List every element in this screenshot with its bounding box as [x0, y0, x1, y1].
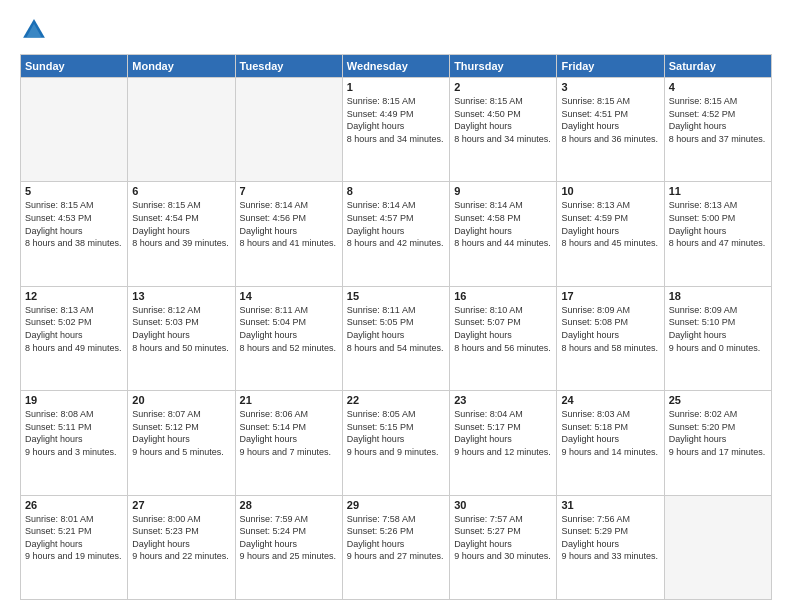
- day-number: 1: [347, 81, 445, 93]
- day-number: 14: [240, 290, 338, 302]
- day-number: 6: [132, 185, 230, 197]
- calendar-cell: 1Sunrise: 8:15 AMSunset: 4:49 PMDaylight…: [342, 78, 449, 182]
- day-number: 26: [25, 499, 123, 511]
- calendar-cell: 20Sunrise: 8:07 AMSunset: 5:12 PMDayligh…: [128, 391, 235, 495]
- cell-info: Sunrise: 8:11 AMSunset: 5:05 PMDaylight …: [347, 304, 445, 354]
- day-number: 8: [347, 185, 445, 197]
- calendar-cell: 13Sunrise: 8:12 AMSunset: 5:03 PMDayligh…: [128, 286, 235, 390]
- week-row-1: 1Sunrise: 8:15 AMSunset: 4:49 PMDaylight…: [21, 78, 772, 182]
- weekday-wednesday: Wednesday: [342, 55, 449, 78]
- day-number: 31: [561, 499, 659, 511]
- week-row-2: 5Sunrise: 8:15 AMSunset: 4:53 PMDaylight…: [21, 182, 772, 286]
- calendar-cell: 17Sunrise: 8:09 AMSunset: 5:08 PMDayligh…: [557, 286, 664, 390]
- day-number: 7: [240, 185, 338, 197]
- day-number: 27: [132, 499, 230, 511]
- day-number: 10: [561, 185, 659, 197]
- calendar-cell: 11Sunrise: 8:13 AMSunset: 5:00 PMDayligh…: [664, 182, 771, 286]
- calendar-cell: 8Sunrise: 8:14 AMSunset: 4:57 PMDaylight…: [342, 182, 449, 286]
- day-number: 5: [25, 185, 123, 197]
- calendar-cell: 7Sunrise: 8:14 AMSunset: 4:56 PMDaylight…: [235, 182, 342, 286]
- week-row-5: 26Sunrise: 8:01 AMSunset: 5:21 PMDayligh…: [21, 495, 772, 599]
- cell-info: Sunrise: 8:05 AMSunset: 5:15 PMDaylight …: [347, 408, 445, 458]
- calendar-cell: 16Sunrise: 8:10 AMSunset: 5:07 PMDayligh…: [450, 286, 557, 390]
- calendar-cell: 23Sunrise: 8:04 AMSunset: 5:17 PMDayligh…: [450, 391, 557, 495]
- header: [20, 16, 772, 44]
- cell-info: Sunrise: 8:14 AMSunset: 4:58 PMDaylight …: [454, 199, 552, 249]
- calendar-cell: 19Sunrise: 8:08 AMSunset: 5:11 PMDayligh…: [21, 391, 128, 495]
- calendar-cell: 4Sunrise: 8:15 AMSunset: 4:52 PMDaylight…: [664, 78, 771, 182]
- calendar-cell: 26Sunrise: 8:01 AMSunset: 5:21 PMDayligh…: [21, 495, 128, 599]
- day-number: 19: [25, 394, 123, 406]
- calendar-cell: 29Sunrise: 7:58 AMSunset: 5:26 PMDayligh…: [342, 495, 449, 599]
- cell-info: Sunrise: 8:11 AMSunset: 5:04 PMDaylight …: [240, 304, 338, 354]
- week-row-3: 12Sunrise: 8:13 AMSunset: 5:02 PMDayligh…: [21, 286, 772, 390]
- cell-info: Sunrise: 8:13 AMSunset: 5:00 PMDaylight …: [669, 199, 767, 249]
- calendar-cell: 24Sunrise: 8:03 AMSunset: 5:18 PMDayligh…: [557, 391, 664, 495]
- cell-info: Sunrise: 8:14 AMSunset: 4:56 PMDaylight …: [240, 199, 338, 249]
- calendar-cell: 6Sunrise: 8:15 AMSunset: 4:54 PMDaylight…: [128, 182, 235, 286]
- weekday-header-row: SundayMondayTuesdayWednesdayThursdayFrid…: [21, 55, 772, 78]
- day-number: 13: [132, 290, 230, 302]
- calendar-table: SundayMondayTuesdayWednesdayThursdayFrid…: [20, 54, 772, 600]
- day-number: 11: [669, 185, 767, 197]
- cell-info: Sunrise: 8:15 AMSunset: 4:50 PMDaylight …: [454, 95, 552, 145]
- day-number: 3: [561, 81, 659, 93]
- day-number: 12: [25, 290, 123, 302]
- weekday-thursday: Thursday: [450, 55, 557, 78]
- day-number: 18: [669, 290, 767, 302]
- cell-info: Sunrise: 8:10 AMSunset: 5:07 PMDaylight …: [454, 304, 552, 354]
- cell-info: Sunrise: 7:57 AMSunset: 5:27 PMDaylight …: [454, 513, 552, 563]
- day-number: 17: [561, 290, 659, 302]
- weekday-saturday: Saturday: [664, 55, 771, 78]
- day-number: 4: [669, 81, 767, 93]
- calendar-cell: [664, 495, 771, 599]
- cell-info: Sunrise: 8:08 AMSunset: 5:11 PMDaylight …: [25, 408, 123, 458]
- calendar-cell: 5Sunrise: 8:15 AMSunset: 4:53 PMDaylight…: [21, 182, 128, 286]
- day-number: 24: [561, 394, 659, 406]
- calendar-cell: 3Sunrise: 8:15 AMSunset: 4:51 PMDaylight…: [557, 78, 664, 182]
- calendar-cell: 9Sunrise: 8:14 AMSunset: 4:58 PMDaylight…: [450, 182, 557, 286]
- weekday-monday: Monday: [128, 55, 235, 78]
- cell-info: Sunrise: 8:01 AMSunset: 5:21 PMDaylight …: [25, 513, 123, 563]
- calendar-cell: 18Sunrise: 8:09 AMSunset: 5:10 PMDayligh…: [664, 286, 771, 390]
- day-number: 16: [454, 290, 552, 302]
- weekday-friday: Friday: [557, 55, 664, 78]
- cell-info: Sunrise: 8:06 AMSunset: 5:14 PMDaylight …: [240, 408, 338, 458]
- day-number: 25: [669, 394, 767, 406]
- day-number: 23: [454, 394, 552, 406]
- day-number: 22: [347, 394, 445, 406]
- day-number: 20: [132, 394, 230, 406]
- weekday-tuesday: Tuesday: [235, 55, 342, 78]
- cell-info: Sunrise: 8:09 AMSunset: 5:10 PMDaylight …: [669, 304, 767, 354]
- week-row-4: 19Sunrise: 8:08 AMSunset: 5:11 PMDayligh…: [21, 391, 772, 495]
- cell-info: Sunrise: 8:00 AMSunset: 5:23 PMDaylight …: [132, 513, 230, 563]
- calendar-cell: 28Sunrise: 7:59 AMSunset: 5:24 PMDayligh…: [235, 495, 342, 599]
- day-number: 28: [240, 499, 338, 511]
- cell-info: Sunrise: 8:09 AMSunset: 5:08 PMDaylight …: [561, 304, 659, 354]
- day-number: 30: [454, 499, 552, 511]
- calendar-cell: 2Sunrise: 8:15 AMSunset: 4:50 PMDaylight…: [450, 78, 557, 182]
- calendar-cell: 25Sunrise: 8:02 AMSunset: 5:20 PMDayligh…: [664, 391, 771, 495]
- cell-info: Sunrise: 8:07 AMSunset: 5:12 PMDaylight …: [132, 408, 230, 458]
- calendar-cell: [235, 78, 342, 182]
- calendar-cell: 14Sunrise: 8:11 AMSunset: 5:04 PMDayligh…: [235, 286, 342, 390]
- cell-info: Sunrise: 8:15 AMSunset: 4:54 PMDaylight …: [132, 199, 230, 249]
- cell-info: Sunrise: 8:15 AMSunset: 4:53 PMDaylight …: [25, 199, 123, 249]
- calendar-cell: 27Sunrise: 8:00 AMSunset: 5:23 PMDayligh…: [128, 495, 235, 599]
- cell-info: Sunrise: 7:58 AMSunset: 5:26 PMDaylight …: [347, 513, 445, 563]
- cell-info: Sunrise: 8:04 AMSunset: 5:17 PMDaylight …: [454, 408, 552, 458]
- cell-info: Sunrise: 8:15 AMSunset: 4:52 PMDaylight …: [669, 95, 767, 145]
- calendar-cell: 12Sunrise: 8:13 AMSunset: 5:02 PMDayligh…: [21, 286, 128, 390]
- cell-info: Sunrise: 7:59 AMSunset: 5:24 PMDaylight …: [240, 513, 338, 563]
- calendar-cell: [21, 78, 128, 182]
- page: SundayMondayTuesdayWednesdayThursdayFrid…: [0, 0, 792, 612]
- logo-icon: [20, 16, 48, 44]
- day-number: 21: [240, 394, 338, 406]
- calendar-cell: 30Sunrise: 7:57 AMSunset: 5:27 PMDayligh…: [450, 495, 557, 599]
- cell-info: Sunrise: 8:15 AMSunset: 4:51 PMDaylight …: [561, 95, 659, 145]
- cell-info: Sunrise: 8:15 AMSunset: 4:49 PMDaylight …: [347, 95, 445, 145]
- calendar-cell: 10Sunrise: 8:13 AMSunset: 4:59 PMDayligh…: [557, 182, 664, 286]
- cell-info: Sunrise: 8:13 AMSunset: 4:59 PMDaylight …: [561, 199, 659, 249]
- cell-info: Sunrise: 8:02 AMSunset: 5:20 PMDaylight …: [669, 408, 767, 458]
- day-number: 2: [454, 81, 552, 93]
